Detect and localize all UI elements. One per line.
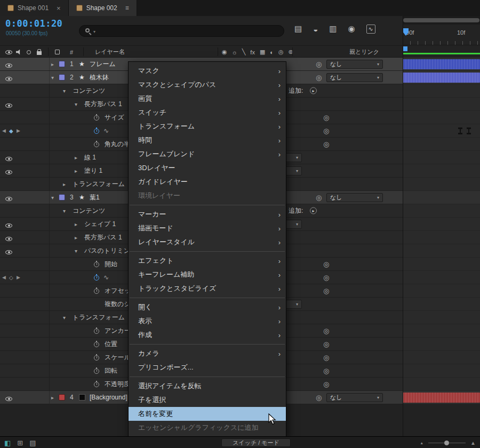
shy-layers-icon[interactable]: ◒ — [313, 25, 318, 34]
search-input[interactable] — [100, 26, 276, 36]
menu-item[interactable]: 名前を変更 — [129, 407, 286, 421]
timeline-row[interactable] — [403, 58, 480, 71]
stopwatch-icon[interactable] — [94, 342, 99, 347]
visibility-eye-icon[interactable] — [5, 397, 12, 401]
expand-toggle-icon[interactable]: ▾ — [63, 315, 66, 321]
stopwatch-icon[interactable] — [94, 275, 99, 281]
property-pickwhip-icon[interactable]: ◎ — [323, 327, 329, 335]
keyframe-toggle-icon[interactable]: ◇ — [9, 275, 13, 281]
expand-toggle-icon[interactable]: ▾ — [75, 101, 77, 107]
close-icon[interactable]: × — [57, 4, 61, 12]
stopwatch-icon[interactable] — [94, 115, 99, 121]
property-pickwhip-icon[interactable]: ◎ — [323, 380, 329, 388]
time-ruler[interactable]: :00f 10f — [403, 25, 480, 45]
tab-shape-002[interactable]: Shape 002 ≡ — [69, 0, 137, 16]
previous-keyframe-icon[interactable]: ◀ — [2, 275, 6, 280]
graph-editor-icon[interactable]: ∿ — [366, 25, 375, 34]
transfer-controls-icon[interactable]: ▤ — [29, 439, 36, 447]
timeline-row[interactable] — [403, 391, 480, 404]
menu-item[interactable]: 描画モード› — [129, 221, 286, 235]
parent-select[interactable]: なし▾ — [326, 393, 383, 402]
stopwatch-icon[interactable] — [94, 142, 99, 147]
layer-duration-bar[interactable] — [403, 59, 480, 69]
menu-item[interactable]: ガイドレイヤー — [129, 175, 286, 189]
time-navigator-bar[interactable] — [403, 18, 479, 22]
timeline-row[interactable] — [403, 364, 480, 378]
visibility-eye-icon[interactable] — [5, 77, 12, 81]
timeline-row[interactable] — [403, 258, 480, 271]
timeline-row[interactable] — [403, 271, 480, 284]
next-keyframe-icon[interactable]: ▶ — [17, 275, 20, 280]
timeline-row[interactable] — [403, 338, 480, 351]
visibility-eye-icon[interactable] — [5, 197, 12, 201]
visibility-eye-icon[interactable] — [5, 170, 12, 174]
timeline-row[interactable] — [403, 98, 480, 111]
property-pickwhip-icon[interactable]: ◎ — [323, 340, 329, 348]
property-pickwhip-icon[interactable]: ◎ — [323, 114, 329, 122]
menu-item[interactable]: 開く› — [129, 300, 286, 314]
timeline-row[interactable] — [403, 138, 480, 151]
menu-item[interactable]: レイヤースタイル› — [129, 235, 286, 249]
stopwatch-icon[interactable] — [94, 129, 99, 134]
parent-select[interactable]: なし▾ — [326, 73, 383, 82]
stopwatch-icon[interactable] — [94, 289, 99, 294]
time-navigator[interactable] — [403, 16, 480, 25]
property-pickwhip-icon[interactable]: ◎ — [323, 127, 329, 135]
property-pickwhip-icon[interactable]: ◎ — [323, 287, 329, 295]
menu-item[interactable]: エフェクト› — [129, 254, 286, 268]
menu-item[interactable]: スイッチ› — [129, 106, 286, 119]
menu-item[interactable]: 表示› — [129, 314, 286, 328]
toggle-switches-modes-button[interactable]: スイッチ / モード — [221, 438, 291, 447]
timeline-row[interactable] — [403, 218, 480, 231]
stopwatch-icon[interactable] — [94, 329, 99, 334]
parent-select[interactable]: なし▾ — [326, 193, 383, 202]
timeline-row[interactable] — [403, 164, 480, 178]
layer-duration-bar[interactable] — [403, 393, 480, 403]
timeline-row[interactable] — [403, 178, 480, 191]
timeline-row[interactable] — [403, 378, 480, 391]
timeline-row[interactable] — [403, 351, 480, 364]
visibility-eye-icon[interactable] — [5, 157, 12, 161]
timeline-row[interactable] — [403, 244, 480, 258]
visibility-eye-icon[interactable] — [5, 237, 12, 241]
timeline-row[interactable] — [403, 191, 480, 204]
zoom-slider-track[interactable] — [428, 443, 466, 443]
timeline-row[interactable] — [403, 298, 480, 311]
keyframe-icon[interactable] — [467, 127, 471, 134]
stopwatch-icon[interactable] — [94, 382, 99, 387]
visibility-eye-icon[interactable] — [5, 63, 12, 68]
expand-toggle-icon[interactable]: ▾ — [75, 248, 77, 254]
panel-menu-icon[interactable]: ≡ — [125, 4, 129, 12]
expand-toggle-icon[interactable]: ▸ — [51, 395, 54, 401]
menu-item[interactable]: 3Dレイヤー — [129, 161, 286, 175]
parent-pickwhip-icon[interactable]: ◎ — [316, 60, 322, 68]
layer-label-swatch[interactable] — [59, 74, 65, 81]
menu-item[interactable]: カメラ› — [129, 347, 286, 361]
parent-pickwhip-icon[interactable]: ◎ — [316, 74, 322, 82]
menu-item[interactable]: トランスフォーム› — [129, 119, 286, 133]
menu-item[interactable]: 子を選択 — [129, 393, 286, 407]
menu-item[interactable]: マーカー› — [129, 207, 286, 221]
visibility-eye-icon[interactable] — [5, 223, 12, 228]
parent-select[interactable]: なし▾ — [326, 60, 383, 69]
expand-toggle-icon[interactable]: ▾ — [51, 195, 54, 201]
timeline-row[interactable] — [403, 231, 480, 244]
parent-pickwhip-icon[interactable]: ◎ — [316, 394, 322, 402]
visibility-eye-icon[interactable] — [5, 250, 12, 254]
property-pickwhip-icon[interactable]: ◎ — [323, 274, 329, 282]
expand-toggle-icon[interactable]: ▸ — [75, 235, 77, 241]
expand-panes-icon[interactable]: ⊞ — [17, 439, 23, 447]
menu-item[interactable]: 選択アイテムを反転 — [129, 379, 286, 393]
property-pickwhip-icon[interactable]: ◎ — [323, 354, 329, 362]
expand-toggle-icon[interactable]: ▸ — [63, 181, 66, 187]
tab-shape-001[interactable]: Shape 001 × — [0, 0, 69, 16]
frame-blend-icon[interactable]: ▥ — [329, 24, 337, 34]
search-options-caret-icon[interactable]: ▾ — [93, 29, 95, 34]
parent-pickwhip-icon[interactable]: ◎ — [316, 194, 322, 202]
timeline-row[interactable] — [403, 111, 480, 124]
previous-keyframe-icon[interactable]: ◀ — [2, 128, 6, 133]
current-time-display[interactable]: 0:00:01:20 — [5, 18, 62, 29]
timeline-row[interactable] — [403, 124, 480, 138]
timeline-row[interactable] — [403, 71, 480, 84]
menu-item[interactable]: マスクとシェイプのパス› — [129, 78, 286, 92]
